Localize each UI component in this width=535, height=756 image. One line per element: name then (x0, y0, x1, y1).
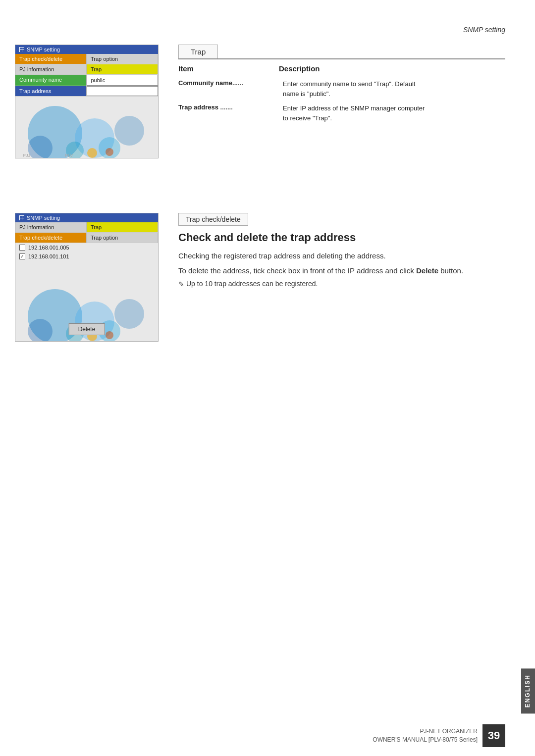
menu-cell-community[interactable]: Community name (15, 75, 87, 86)
top-description-area: Trap Item Description Community name....… (178, 45, 505, 158)
svg-text:PJJ: PJJ (23, 153, 30, 158)
bottom-ui-panel: SNMP setting PJ information Trap Trap ch… (15, 213, 159, 342)
bottom-menu-row-1: PJ information Trap (15, 222, 158, 233)
check-body-2-end: button. (438, 266, 463, 275)
col-item-header: Item (178, 63, 279, 76)
desc-row-community: Community name...... Enter community nam… (178, 76, 505, 101)
menu-row-3: Community name public (15, 75, 158, 86)
bottom-desc-area: Trap check/delete Check and delete the t… (178, 213, 505, 342)
col-desc-header: Description (279, 63, 505, 76)
bottom-menu-row-2: Trap check/delete Trap option (15, 233, 158, 243)
bottom-menu-trap-option[interactable]: Trap option (87, 233, 158, 243)
menu-cell-community-val[interactable]: public (87, 75, 159, 86)
check-body-1: Checking the registered trap address and… (178, 250, 505, 262)
check-note: ✎ Up to 10 trap addresses can be registe… (178, 280, 505, 288)
menu-cell-trap[interactable]: Trap (87, 64, 158, 74)
note-text: Up to 10 trap addresses can be registere… (186, 280, 318, 288)
desc-row-trap-addr: Trap address ....... Enter IP address of… (178, 101, 505, 125)
english-tab: ENGLISH (521, 668, 535, 713)
menu-cell-trap-option[interactable]: Trap option (87, 54, 158, 64)
page-number: 39 (488, 729, 500, 742)
ip-row-1: 192.168.001.005 (15, 243, 158, 252)
check-delete-title: Check and delete the trap address (178, 231, 505, 245)
desc-table: Item Description Community name...... En… (178, 63, 505, 125)
svg-point-12 (114, 299, 144, 329)
bottom-section: SNMP setting PJ information Trap Trap ch… (15, 213, 505, 342)
bottom-menu-pj-info[interactable]: PJ information (15, 222, 87, 232)
top-ui-panel: SNMP setting Trap check/delete Trap opti… (15, 45, 159, 158)
grid-icon (19, 47, 24, 52)
svg-point-6 (87, 148, 97, 158)
bottom-menu-trap[interactable]: Trap (87, 222, 158, 232)
delete-button[interactable]: Delete (69, 323, 105, 335)
checkbox-ip2[interactable]: ✓ (19, 253, 25, 259)
note-pencil-icon: ✎ (178, 280, 184, 288)
page-number-box: 39 (482, 724, 505, 747)
desc-trap-address: Enter IP address of the SNMP manager com… (279, 101, 505, 125)
menu-cell-pj-info[interactable]: PJ information (15, 64, 87, 74)
panel-menu: Trap check/delete Trap option PJ informa… (15, 54, 158, 97)
trap-tab: Trap (178, 45, 218, 58)
top-section: SNMP setting Trap check/delete Trap opti… (15, 45, 505, 158)
delete-bold: Delete (416, 266, 438, 275)
panel-bg: PJJ PLV (15, 94, 158, 158)
ip-address-1: 192.168.001.005 (28, 245, 69, 251)
item-trap-address: Trap address ....... (178, 101, 279, 125)
page-label-line2: OWNER'S MANUAL [PLV-80/75 Series] (373, 736, 478, 743)
panel-header: SNMP setting (15, 45, 158, 54)
check-body-2-text: To delete the address, tick check box in… (178, 266, 416, 275)
svg-point-17 (106, 331, 113, 339)
bottom-panel-menu: PJ information Trap Trap check/delete Tr… (15, 222, 158, 243)
menu-row-1: Trap check/delete Trap option (15, 54, 158, 64)
checkbox-ip1[interactable] (19, 245, 25, 251)
svg-point-7 (106, 148, 113, 156)
ip-row-2: ✓ 192.168.001.101 (15, 252, 158, 261)
bottom-menu-trap-check[interactable]: Trap check/delete (15, 233, 87, 243)
svg-point-2 (114, 116, 144, 146)
panel-header-label: SNMP setting (27, 47, 60, 52)
ip-address-2: 192.168.001.101 (28, 253, 69, 259)
check-body-2: To delete the address, tick check box in… (178, 265, 505, 277)
bottom-panel-header: SNMP setting (15, 213, 158, 222)
desc-community-name: Enter community name to send "Trap". Def… (279, 76, 505, 101)
svg-text:PLV: PLV (65, 153, 73, 158)
page-label-line1: PJ-NET ORGANIZER (420, 728, 478, 735)
snmp-setting-header: SNMP setting (463, 26, 505, 34)
item-community-name: Community name...... (178, 76, 279, 101)
menu-cell-trap-check[interactable]: Trap check/delete (15, 54, 87, 64)
bottom-panel-header-label: SNMP setting (27, 215, 60, 221)
menu-row-2: PJ information Trap (15, 64, 158, 75)
page-number-area: PJ-NET ORGANIZER OWNER'S MANUAL [PLV-80/… (373, 724, 505, 747)
trap-check-tab: Trap check/delete (178, 213, 248, 226)
page-label: PJ-NET ORGANIZER OWNER'S MANUAL [PLV-80/… (373, 727, 478, 744)
desc-table-wrap: Item Description Community name...... En… (178, 58, 505, 125)
bottom-grid-icon (19, 215, 24, 220)
